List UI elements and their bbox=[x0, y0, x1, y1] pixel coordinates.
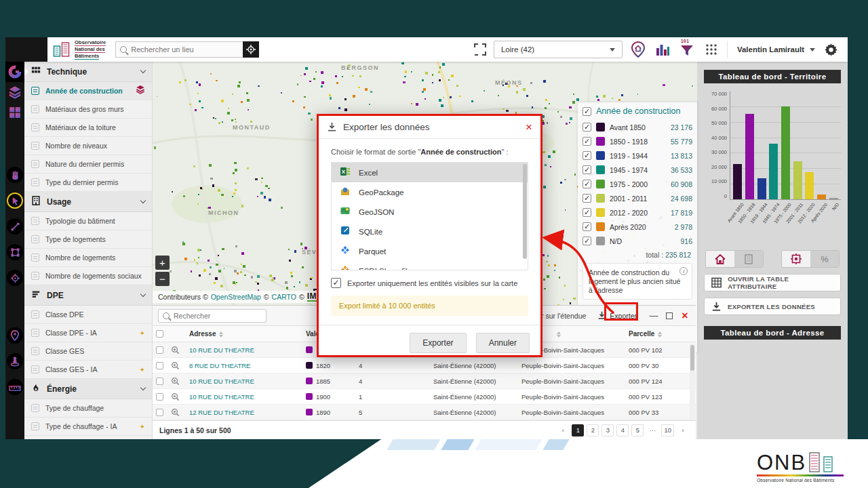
chart-bar[interactable] bbox=[769, 144, 778, 200]
zoom-out-button[interactable]: − bbox=[155, 272, 170, 286]
cell-adresse[interactable]: 10 RUE DU THEATRE bbox=[184, 346, 300, 354]
open-attribute-table-button[interactable]: OUVRIR LA TABLE ATTRIBUTAIRE bbox=[704, 274, 841, 291]
hand-tool-button[interactable] bbox=[7, 167, 23, 183]
cell-adresse[interactable]: 12 RUE DU THEATRE bbox=[184, 409, 300, 416]
table-row[interactable]: 10 RUE DU THEATRE 1900 1 Saint-Étienne (… bbox=[153, 389, 696, 405]
filter-button[interactable]: 101 bbox=[678, 41, 696, 58]
fullscreen-icon[interactable] bbox=[473, 43, 487, 56]
select-all-checkbox[interactable] bbox=[156, 330, 163, 338]
table-row[interactable]: 12 RUE DU THEATRE 1890 5 Saint-Étienne (… bbox=[153, 405, 696, 420]
locate-button[interactable] bbox=[243, 41, 259, 58]
legend-item-checkbox[interactable]: ✓ bbox=[583, 194, 591, 203]
previous-page-button[interactable]: ‹ bbox=[557, 424, 569, 436]
sidebar-item-nombre-de-logements[interactable]: Nombre de logements bbox=[24, 249, 152, 267]
legend-item-checkbox[interactable]: ✓ bbox=[583, 208, 591, 217]
page-button-3[interactable]: 3 bbox=[601, 424, 614, 436]
select-cursor-tool-button[interactable] bbox=[7, 192, 23, 209]
legend-item-checkbox[interactable]: ✓ bbox=[583, 180, 591, 188]
row-checkbox[interactable] bbox=[156, 409, 163, 416]
sidebar-item-mat-riaux-des-gros-murs[interactable]: Matériaux des gros murs bbox=[24, 100, 152, 119]
chart-bar[interactable] bbox=[745, 114, 754, 199]
sidebar-item-classe-ges-ia[interactable]: Classe GES - IA✦ bbox=[24, 361, 152, 379]
info-icon[interactable]: i bbox=[679, 267, 688, 275]
cancel-button[interactable]: Annuler bbox=[476, 333, 530, 353]
row-checkbox[interactable] bbox=[156, 346, 163, 354]
zoom-to-feature-icon[interactable] bbox=[171, 377, 180, 386]
legend-item-checkbox[interactable]: ✓ bbox=[583, 123, 591, 131]
toggle-percent-button[interactable]: % bbox=[810, 251, 839, 267]
osm-link[interactable]: OpenStreetMap bbox=[211, 293, 261, 301]
chart-bar[interactable] bbox=[793, 161, 802, 199]
page-button-2[interactable]: 2 bbox=[587, 424, 599, 436]
chart-bar[interactable] bbox=[757, 178, 766, 199]
close-icon[interactable]: × bbox=[526, 122, 532, 133]
table-row[interactable]: 10 RUE DU THEATRE 1885 4 Saint-Étienne (… bbox=[153, 373, 696, 389]
format-option-geopackage[interactable]: GeoPackage bbox=[332, 182, 528, 202]
legend-item-checkbox[interactable]: ✓ bbox=[583, 151, 591, 160]
carto-link[interactable]: CARTO bbox=[272, 293, 296, 301]
column-header-adresse[interactable]: Adresse bbox=[184, 330, 300, 338]
statistics-button[interactable] bbox=[654, 41, 671, 58]
grid-icon[interactable] bbox=[5, 102, 24, 123]
sidebar-item-typologie-du-b-timent[interactable]: Typologie du bâtiment bbox=[24, 212, 152, 230]
toggle-selection-button[interactable] bbox=[782, 251, 810, 267]
sidebar-item-type-du-dernier-permis[interactable]: Type du dernier permis bbox=[24, 174, 152, 192]
section-header-dpe[interactable]: DPE bbox=[24, 285, 152, 306]
legend-item-checkbox[interactable]: ✓ bbox=[583, 237, 591, 245]
sidebar-item-type-de-logements[interactable]: Type de logements bbox=[24, 230, 152, 249]
only-visible-checkbox[interactable]: ✓ bbox=[331, 278, 341, 288]
sidebar-item-nombre-de-niveaux[interactable]: Nombre de niveaux bbox=[24, 137, 152, 155]
zoom-to-feature-icon[interactable] bbox=[171, 392, 180, 401]
sidebar-item-classe-ges[interactable]: Classe GES bbox=[24, 342, 152, 361]
apps-menu-button[interactable] bbox=[703, 41, 720, 58]
export-confirm-button[interactable]: Exporter bbox=[410, 333, 466, 353]
row-checkbox[interactable] bbox=[156, 362, 163, 369]
sidebar-item-nombre-de-logements-sociaux[interactable]: Nombre de logements sociaux bbox=[24, 267, 152, 285]
legend-item-checkbox[interactable]: ✓ bbox=[583, 137, 591, 146]
legend-item-checkbox[interactable]: ✓ bbox=[583, 222, 591, 231]
street-view-button[interactable] bbox=[7, 353, 23, 369]
page-button-···[interactable]: ··· bbox=[646, 424, 658, 436]
table-export-button[interactable]: Exporter bbox=[593, 309, 642, 322]
user-menu[interactable]: Valentin Lamirault bbox=[727, 41, 815, 58]
page-button-10[interactable]: 10 bbox=[661, 424, 674, 436]
section-header-technique[interactable]: Technique bbox=[24, 62, 152, 82]
page-button-5[interactable]: 5 bbox=[631, 424, 644, 436]
sidebar-item-type-de-chauffage-ia[interactable]: Type de chauffage - IA✦ bbox=[24, 418, 152, 436]
measure-line-tool-button[interactable] bbox=[7, 218, 23, 235]
format-option-sqlite[interactable]: SQLite bbox=[332, 222, 528, 241]
section-header--nergie[interactable]: Énergie bbox=[24, 379, 152, 399]
export-data-button[interactable]: EXPORTER LES DONNÉES bbox=[704, 298, 841, 315]
zoom-to-feature-icon[interactable] bbox=[171, 346, 180, 354]
territory-marker-button[interactable] bbox=[629, 41, 647, 58]
sidebar-item-mat-riaux-de-la-toiture[interactable]: Matériaux de la toiture bbox=[24, 119, 152, 137]
next-page-button[interactable]: › bbox=[677, 424, 689, 436]
locate-pin-button[interactable] bbox=[7, 327, 23, 344]
sidebar-item-type-de-chauffage[interactable]: Type de chauffage bbox=[24, 399, 152, 418]
column-header-parcelle[interactable]: Parcelle bbox=[623, 330, 689, 338]
settings-button[interactable] bbox=[822, 41, 840, 58]
format-option-esri-shapefile[interactable]: ESRI Shapefile bbox=[332, 261, 528, 270]
format-option-parquet[interactable]: Parquet bbox=[332, 241, 528, 261]
section-header-usage[interactable]: Usage bbox=[24, 192, 152, 212]
sidebar-item-nature-du-dernier-permis[interactable]: Nature du dernier permis bbox=[24, 155, 152, 174]
format-list-scrollbar[interactable] bbox=[523, 164, 527, 259]
cell-adresse[interactable]: 8 RUE DU THEATRE bbox=[184, 362, 300, 369]
format-option-excel[interactable]: XExcel bbox=[332, 163, 528, 182]
page-button-1[interactable]: 1 bbox=[572, 424, 584, 436]
chart-bar[interactable] bbox=[829, 198, 838, 199]
toggle-building-button[interactable] bbox=[734, 251, 763, 267]
zoom-to-feature-icon[interactable] bbox=[171, 361, 180, 370]
row-checkbox[interactable] bbox=[156, 393, 163, 401]
table-search-input[interactable] bbox=[174, 312, 266, 320]
center-map-tool-button[interactable] bbox=[7, 270, 23, 286]
zoom-to-feature-icon[interactable] bbox=[171, 408, 180, 417]
chart-bar[interactable] bbox=[817, 195, 826, 199]
sidebar-item-classe-dpe[interactable]: Classe DPE bbox=[24, 306, 152, 324]
chart-bar[interactable] bbox=[733, 164, 742, 199]
zoom-in-button[interactable]: + bbox=[155, 256, 170, 270]
select-polygon-tool-button[interactable] bbox=[7, 244, 23, 260]
format-option-geojson[interactable]: GeoJSON bbox=[332, 202, 528, 222]
toggle-home-button[interactable] bbox=[706, 251, 734, 267]
layers-icon[interactable] bbox=[5, 82, 24, 102]
